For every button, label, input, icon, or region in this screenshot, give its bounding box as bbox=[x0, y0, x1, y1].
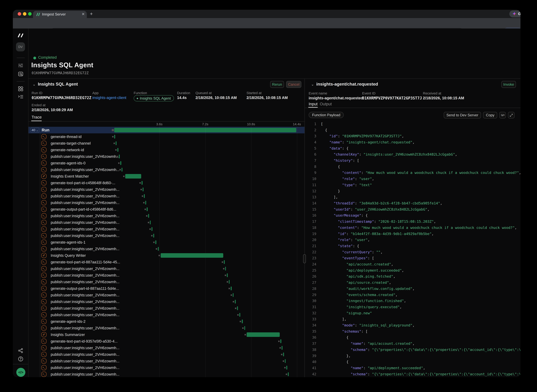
run-collapse-toggle[interactable]: 40 ⌄ bbox=[31, 127, 39, 133]
span-bar[interactable] bbox=[144, 194, 145, 198]
trace-row[interactable]: ∿Insights Summarizer bbox=[28, 331, 305, 338]
rerun-button[interactable]: Rerun bbox=[270, 81, 284, 88]
trace-row[interactable]: >_publish:user:insights:user_2VH6zowmh..… bbox=[28, 345, 305, 351]
span-bar[interactable] bbox=[114, 135, 115, 139]
code-button[interactable]: </> bbox=[16, 368, 25, 377]
browser-tab[interactable]: Inngest Server ✕ bbox=[33, 11, 87, 18]
trace-row[interactable]: >_publish:user:insights:user_2VH6zowmh..… bbox=[28, 298, 305, 305]
trace-row[interactable]: >_publish:user:insights:user_2VH6zowmh..… bbox=[28, 246, 305, 252]
trace-row[interactable]: >_publish:user:insights:user_2VH6zowmh..… bbox=[28, 265, 305, 272]
span-bar[interactable] bbox=[224, 260, 225, 264]
trace-row[interactable]: >_generate-tool-part-id-c458648f-8d60-..… bbox=[28, 180, 305, 186]
trace-row[interactable]: >_publish:user:insights:user_2VH6zowmh..… bbox=[28, 226, 305, 232]
span-bar[interactable] bbox=[235, 300, 236, 303]
new-tab-button[interactable]: + bbox=[90, 11, 93, 17]
share-icon[interactable] bbox=[13, 348, 28, 353]
trace-row[interactable]: >_generate-agent-ids-1 bbox=[28, 239, 305, 246]
tab-output[interactable]: Output bbox=[320, 102, 332, 106]
trace-row[interactable]: >_publish:user:insights:user_2VH6zowmh..… bbox=[28, 219, 305, 226]
minimize-window-button[interactable] bbox=[23, 12, 26, 16]
trace-row[interactable]: >_publish:user:insights:user_2VH6zowmh..… bbox=[28, 312, 305, 318]
span-bar[interactable] bbox=[227, 273, 228, 277]
span-bar[interactable] bbox=[161, 253, 223, 258]
trace-row[interactable]: >_generate-agent-ids-0 bbox=[28, 160, 305, 166]
trace-row[interactable]: >_generate-thread-id bbox=[28, 133, 305, 140]
span-bar[interactable] bbox=[121, 168, 122, 172]
search-preview-icon[interactable] bbox=[13, 72, 28, 76]
trace-row[interactable]: >_publish:user:insights:user_2VH6zowmh..… bbox=[28, 213, 305, 219]
expand-icon[interactable]: ⤢ bbox=[508, 112, 514, 118]
trace-row[interactable]: >_publish:user:insights:user_2VH6zowmh..… bbox=[28, 305, 305, 312]
trace-row[interactable]: >_generate-network-id bbox=[28, 147, 305, 153]
trace-row[interactable]: >_publish:user:insights:user_2VH6zowmh..… bbox=[28, 364, 305, 371]
trace-row[interactable]: >_generate-agent-ids-2 bbox=[28, 318, 305, 325]
span-bar[interactable] bbox=[116, 141, 117, 145]
cancel-button[interactable]: Cancel bbox=[286, 81, 301, 88]
span-bar[interactable] bbox=[244, 326, 245, 330]
trace-run-row[interactable]: 40 ⌄ Run bbox=[28, 127, 305, 133]
word-wrap-icon[interactable]: ⮒ bbox=[499, 112, 506, 118]
trace-row[interactable]: >_publish:user:insights:user_2VH6zowmh..… bbox=[28, 232, 305, 239]
span-bar[interactable] bbox=[147, 207, 148, 211]
span-bar[interactable] bbox=[239, 313, 240, 317]
span-bar[interactable] bbox=[148, 214, 149, 218]
span-bar[interactable] bbox=[145, 201, 146, 205]
span-bar[interactable] bbox=[231, 287, 232, 290]
span-bar[interactable] bbox=[153, 234, 154, 238]
span-bar[interactable] bbox=[120, 161, 121, 165]
trace-row[interactable]: >_publish:user:insights:user_2VH6zowmh..… bbox=[28, 279, 305, 285]
trace-row[interactable]: ∿Insights Query Writer bbox=[28, 252, 305, 259]
inngest-logo[interactable] bbox=[13, 33, 28, 38]
trace-row[interactable]: >_publish:user:insights:user_2VH6zowmh..… bbox=[28, 358, 305, 364]
span-bar[interactable] bbox=[225, 267, 226, 271]
trace-row[interactable]: >_generate-target-channel bbox=[28, 140, 305, 147]
span-bar[interactable] bbox=[117, 148, 118, 152]
trace-row[interactable]: >_publish:user:insights:user_2VH6zowmh..… bbox=[28, 186, 305, 193]
function-payload-pill[interactable]: Function Payload bbox=[309, 112, 344, 118]
span-bar[interactable] bbox=[158, 247, 159, 251]
trace-row[interactable]: ∿Insights Event Matcher bbox=[28, 173, 305, 180]
span-bar[interactable] bbox=[286, 366, 287, 369]
span-bar[interactable] bbox=[150, 220, 151, 224]
invoke-button[interactable]: Invoke bbox=[501, 81, 516, 88]
send-to-dev-server-button[interactable]: Send to Dev Server bbox=[444, 112, 481, 118]
span-bar[interactable] bbox=[283, 353, 284, 356]
span-bar[interactable] bbox=[280, 339, 281, 343]
span-bar[interactable] bbox=[119, 154, 120, 158]
span-bar[interactable] bbox=[155, 240, 156, 244]
span-bar[interactable] bbox=[282, 346, 282, 350]
span-bar[interactable] bbox=[125, 174, 141, 178]
span-bar[interactable] bbox=[229, 280, 230, 284]
trace-row[interactable]: >_generate-text-part-id-9357e5f0-a530-4.… bbox=[28, 338, 305, 345]
span-bar[interactable] bbox=[288, 372, 289, 376]
zoom-window-button[interactable] bbox=[28, 12, 32, 16]
tab-trace[interactable]: Trace bbox=[32, 115, 42, 120]
trace-row[interactable]: >_publish:user:insights:user_2VH6zowmh..… bbox=[28, 325, 305, 331]
trace-row[interactable]: >_publish:user:insights:user_2VH6zowmh..… bbox=[28, 292, 305, 298]
close-window-button[interactable] bbox=[18, 12, 21, 16]
chevron-down-icon[interactable]: ⌄ bbox=[33, 82, 36, 86]
trace-row[interactable]: >_publish:user:insights:user_2VH6zowmh..… bbox=[28, 166, 305, 173]
payload-code-viewer[interactable]: 1[2 {3 "id": "01KHRMPVZP0V977KAT2GP3ST7J… bbox=[305, 121, 520, 377]
trace-row[interactable]: >_publish:user:insights:user_2VH6zowmh..… bbox=[28, 193, 305, 199]
trace-row[interactable]: >_generate-tool-part-id-887aa111-5d4e-45… bbox=[28, 259, 305, 265]
tab-input[interactable]: Input bbox=[309, 102, 318, 106]
help-icon[interactable] bbox=[13, 356, 28, 362]
trace-row[interactable]: >_publish:user:insights:user_2VH6zowmh..… bbox=[28, 371, 305, 377]
trace-row[interactable]: >_publish:user:insights:user_2VH6zowmh..… bbox=[28, 153, 305, 160]
trace-row[interactable]: >_publish:user:insights:user_2VH6zowmh..… bbox=[28, 272, 305, 279]
close-tab-icon[interactable]: ✕ bbox=[82, 12, 85, 16]
terminal-list-icon[interactable] bbox=[13, 94, 28, 99]
span-bar[interactable] bbox=[242, 320, 243, 323]
trace-row[interactable]: >_generate-output-part-id-887aa111-5d4e.… bbox=[28, 285, 305, 292]
span-bar[interactable] bbox=[152, 227, 153, 231]
copy-button[interactable]: Copy bbox=[483, 112, 497, 118]
span-bar[interactable] bbox=[247, 332, 280, 337]
trace-row[interactable]: >_generate-output-part-id-c458648f-8d6..… bbox=[28, 206, 305, 213]
runs-icon[interactable] bbox=[13, 63, 28, 68]
function-pill[interactable]: ✦ Insights SQL Agent bbox=[134, 95, 174, 101]
field-value[interactable]: insights-agent-client bbox=[92, 96, 126, 100]
span-bar[interactable] bbox=[142, 181, 143, 185]
span-bar[interactable] bbox=[237, 306, 238, 310]
span-bar[interactable] bbox=[143, 187, 144, 191]
